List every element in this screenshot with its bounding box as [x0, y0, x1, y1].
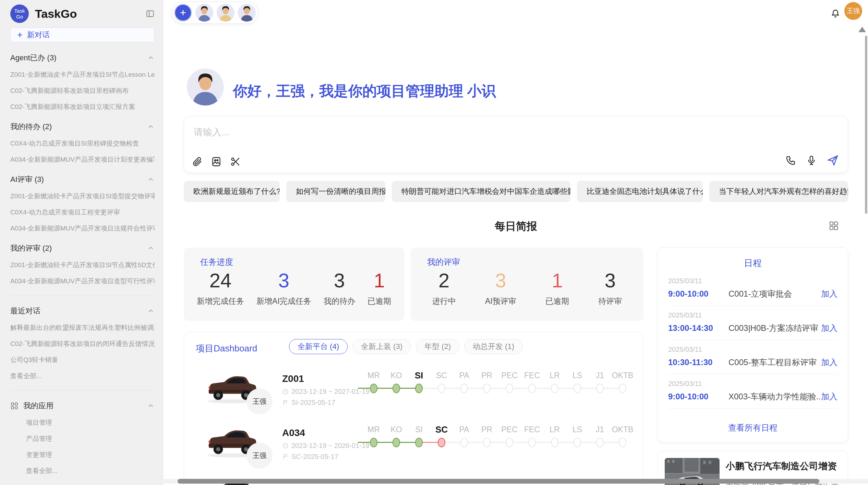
suggestion-chip[interactable]: 特朗普可能对进口汽车增税会对中国车企造成哪些影响	[392, 181, 571, 202]
view-all-schedule-link[interactable]: 查看所有日程	[658, 422, 848, 433]
sidebar-item-folder[interactable]: 我的云空间	[10, 484, 155, 485]
chevron-up-icon[interactable]	[147, 176, 155, 183]
milestone-node[interactable]	[438, 438, 445, 447]
milestone-node[interactable]	[370, 438, 377, 447]
milestone-node[interactable]	[506, 384, 513, 393]
sidebar-item[interactable]: Z001-全新燃油轻卡产品开发项目SI造型提交物评审	[10, 192, 155, 201]
dashboard-tab[interactable]: 年型 (2)	[416, 339, 459, 354]
assistant-avatar-2[interactable]	[217, 4, 234, 22]
sidebar-item[interactable]: A034-全新新能源MUV产品开发项目法规符合性评审	[10, 224, 155, 233]
assistant-avatar-3[interactable]	[238, 4, 256, 22]
voice-call-icon[interactable]	[785, 155, 796, 166]
milestone-node[interactable]	[460, 384, 468, 393]
milestone-node[interactable]	[370, 384, 377, 393]
join-button[interactable]: 加入	[821, 323, 837, 334]
chevron-up-icon[interactable]	[147, 123, 155, 130]
stat-label: 我的待办	[324, 296, 355, 307]
sidebar-item[interactable]: C0X4-动力总成开发项目工程变更评审	[10, 208, 155, 217]
sidebar-section-2[interactable]: AI评审 (3)	[10, 174, 155, 185]
milestone-node[interactable]	[438, 384, 445, 393]
milestone-node[interactable]	[551, 384, 558, 393]
sidebar-section-recent[interactable]: 最近对话	[10, 306, 155, 316]
microphone-icon[interactable]	[806, 155, 817, 166]
milestone-node[interactable]	[528, 438, 536, 447]
dashboard-tab[interactable]: 全新上装 (3)	[352, 339, 411, 354]
milestone-node[interactable]	[483, 438, 491, 447]
horizontal-scrollbar-thumb[interactable]	[178, 479, 819, 484]
my-app-item[interactable]: 产品管理	[26, 434, 155, 443]
milestone-node[interactable]	[393, 438, 400, 447]
dashboard-tab[interactable]: 全新平台 (4)	[289, 339, 348, 354]
milestone-node[interactable]	[393, 384, 400, 393]
milestone-node-wrap	[362, 382, 385, 397]
add-assistant-button[interactable]	[174, 4, 192, 22]
milestone-node[interactable]	[574, 438, 581, 447]
sidebar-item[interactable]: C02-飞腾新能源轻客改款项目立项汇报方案	[10, 102, 155, 111]
user-avatar[interactable]: 王强	[844, 2, 862, 20]
project-code[interactable]: A034	[282, 427, 305, 438]
milestone-label: PA	[453, 423, 475, 436]
stat-label: 新增完成任务	[197, 296, 244, 307]
collapse-sidebar-icon[interactable]	[146, 9, 155, 18]
new-chat-button[interactable]: 新对话	[10, 27, 155, 42]
milestone-node[interactable]	[619, 438, 626, 447]
milestone-node-wrap	[589, 382, 611, 397]
layout-grid-icon[interactable]	[829, 221, 839, 231]
chevron-up-icon[interactable]	[147, 54, 155, 62]
assistant-avatar-1[interactable]	[195, 4, 213, 22]
sidebar-section-3[interactable]: 我的评审 (2)	[10, 243, 155, 253]
project-date-range: 2023-12-19 ~ 2027-01-19	[282, 388, 369, 396]
attachment-icon[interactable]	[192, 156, 203, 167]
chevron-up-icon[interactable]	[147, 245, 155, 252]
suggestion-chip[interactable]: 比亚迪全固态电池计划具体说了什么	[577, 181, 702, 202]
notification-bell-icon[interactable]	[830, 8, 841, 19]
sidebar-item[interactable]: A034-全新新能源MUV产品开发项目计划变更表编写	[10, 155, 155, 164]
chevron-up-icon[interactable]	[147, 402, 155, 410]
sidebar-section-my-apps[interactable]: 我的应用	[10, 401, 155, 411]
scissors-icon[interactable]	[230, 156, 241, 167]
chat-input-card[interactable]: 请输入...	[184, 116, 848, 173]
milestone-node[interactable]	[574, 384, 581, 393]
milestone: SC	[430, 369, 453, 397]
milestone-node[interactable]	[483, 384, 491, 393]
sidebar-item[interactable]: Z001-全新燃油轻卡产品开发项目SI节点属性5D文件评审	[10, 261, 155, 270]
recent-chat-item[interactable]: 公司Q3轻卡销量	[10, 356, 155, 364]
sidebar-section-0[interactable]: Agent已办 (3)	[10, 53, 155, 63]
milestone-node[interactable]	[415, 438, 423, 447]
milestone-node[interactable]	[460, 438, 468, 447]
suggestion-chip[interactable]: 如何写一份清晰的项目周报	[286, 181, 385, 202]
milestone-node[interactable]	[551, 438, 558, 447]
sidebar-item[interactable]: A034-全新新能源MUV产品开发项目造型可行性评审	[10, 277, 155, 286]
sidebar-item[interactable]: Z001-全新燃油皮卡产品开发项目SI节点Lesson Learn报告	[10, 70, 155, 79]
milestone-node[interactable]	[596, 438, 604, 447]
milestone-node[interactable]	[528, 384, 536, 393]
milestone-node[interactable]	[596, 384, 604, 393]
join-button[interactable]: 加入	[821, 357, 837, 368]
image-upload-icon[interactable]	[211, 156, 222, 167]
send-icon[interactable]	[827, 154, 839, 166]
recent-chat-item[interactable]: C02-飞腾新能源轻客改款项目的闭环通告反馈情况	[10, 339, 155, 348]
milestone-node[interactable]	[415, 384, 423, 393]
sidebar-item[interactable]: C02-飞腾新能源轻客改款项目里程碑画布	[10, 86, 155, 95]
vertical-scrollbar-up-arrow[interactable]	[858, 27, 866, 32]
join-button[interactable]: 加入	[821, 288, 837, 299]
milestone-node[interactable]	[506, 438, 513, 447]
my-app-item[interactable]: 项目管理	[26, 418, 155, 427]
milestone-node[interactable]	[619, 384, 626, 393]
sidebar-item[interactable]: C0X4-动力总成开发项目SI里程碑提交物检查	[10, 139, 155, 148]
suggestion-chip[interactable]: 当下年轻人对汽车外观有怎样的喜好趋势	[709, 181, 848, 202]
recent-chat-item[interactable]: 查看全部...	[10, 372, 155, 381]
chevron-up-icon[interactable]	[147, 307, 155, 315]
my-app-item[interactable]: 变更管理	[26, 450, 155, 459]
dashboard-tab[interactable]: 动总开发 (1)	[464, 339, 523, 354]
milestone-label: SI	[408, 369, 430, 382]
suggestion-chip[interactable]: 欧洲新规最近颁布了什么?	[184, 181, 280, 202]
my-app-item[interactable]: 查看全部...	[26, 467, 155, 475]
join-button[interactable]: 加入	[821, 391, 837, 402]
project-code[interactable]: Z001	[282, 373, 304, 384]
vertical-scrollbar-thumb[interactable]	[865, 36, 867, 214]
sidebar-section-1[interactable]: 我的待办 (2)	[10, 122, 155, 132]
flag-icon	[282, 453, 289, 460]
stat-item: 2进行中	[432, 269, 456, 307]
recent-chat-item[interactable]: 解释最新出台的欧盟报废车法规再生塑料比例被调至15%...	[10, 323, 155, 332]
